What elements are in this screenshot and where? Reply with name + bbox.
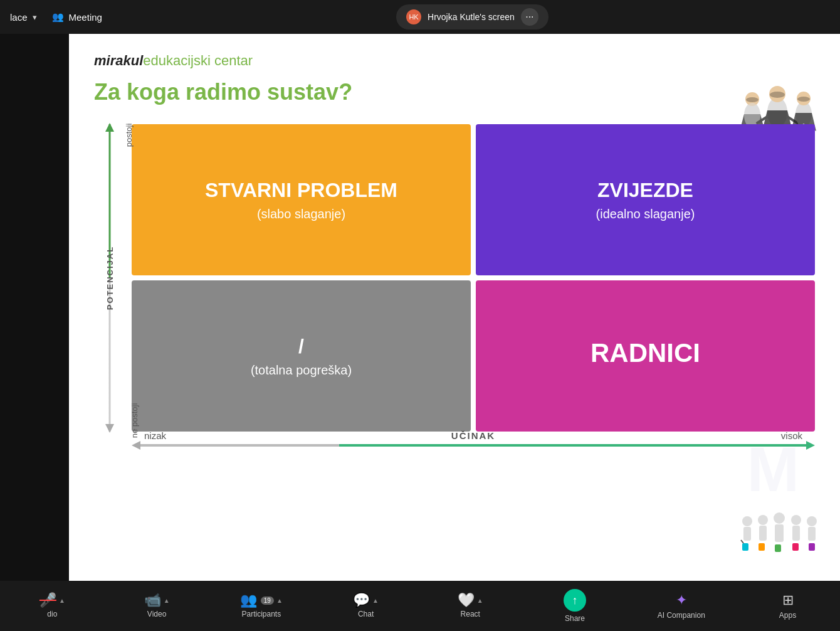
logo: mirakuledukacijski centar <box>94 53 253 69</box>
svg-rect-20 <box>759 526 767 541</box>
screen-share-label: Hrvojka Kutle's screen <box>428 12 515 22</box>
screen-more-button[interactable]: ··· <box>521 8 538 26</box>
svg-point-13 <box>770 92 785 98</box>
chat-control[interactable]: 💬 ▲ Chat <box>344 593 388 618</box>
slide: mirakuledukacijski centar <box>69 34 840 581</box>
apps-icon: ⊞ <box>782 592 794 608</box>
svg-point-15 <box>742 516 752 526</box>
x-label-nizak: nizak <box>144 430 166 441</box>
share-control[interactable]: ↑ Share <box>553 589 597 623</box>
svg-point-19 <box>758 515 768 525</box>
slide-title: Za koga radimo sustav? <box>94 79 815 105</box>
chat-chevron[interactable]: ▲ <box>372 597 379 604</box>
x-label-visok: visok <box>781 430 802 441</box>
cell-zvijezde-subtitle: (idealno slaganje) <box>596 207 695 221</box>
x-label-ucinak: UČINAK <box>451 430 495 441</box>
chat-label: Chat <box>358 610 374 618</box>
apps-control[interactable]: ⊞ Apps <box>766 592 810 620</box>
audio-control[interactable]: 🎤 ▲ dio <box>30 593 74 618</box>
slide-area: mirakuledukacijski centar <box>69 34 840 581</box>
participants-badge: 19 <box>261 597 274 605</box>
svg-rect-16 <box>743 527 751 541</box>
dropdown-arrow[interactable]: ▾ <box>33 13 37 22</box>
svg-rect-27 <box>792 543 799 551</box>
cell-radnici-title: RADNICI <box>591 337 700 369</box>
ai-companion-icon: ✦ <box>676 592 687 608</box>
share-label: Share <box>565 614 585 623</box>
meeting-icon: 👥 <box>52 11 64 23</box>
ai-companion-label: AI Companion <box>658 611 705 620</box>
logo-bold: mirakul <box>94 53 143 68</box>
y-axis-arrow-down <box>105 424 114 433</box>
y-label-potencijal: POTENCIJAL <box>105 246 115 310</box>
react-chevron[interactable]: ▲ <box>477 597 483 604</box>
participants-control[interactable]: 👥 19 ▲ Participants <box>239 593 283 618</box>
audio-chevron[interactable]: ▲ <box>59 597 65 604</box>
left-sidebar <box>0 34 69 581</box>
logo-green: edukacijski centar <box>143 53 253 68</box>
video-label: Video <box>147 610 166 618</box>
audio-label: dio <box>47 610 57 618</box>
x-arrow-right <box>806 441 815 450</box>
x-axis-area: nizak UČINAK visok <box>132 444 815 469</box>
cell-stvarni-problem-title: STVARNI PROBLEM <box>205 178 397 202</box>
cell-slash: / (totalna pogreška) <box>132 280 471 432</box>
video-control[interactable]: 📹 ▲ Video <box>135 593 179 618</box>
svg-rect-23 <box>775 524 784 542</box>
participants-icon: 👥 <box>240 593 257 607</box>
x-arrow-left <box>132 441 140 450</box>
x-axis-line <box>138 444 809 447</box>
logo-area: mirakuledukacijski centar <box>94 53 815 69</box>
avatar-initials: HK <box>409 13 418 21</box>
react-icon: 🤍 <box>458 593 475 607</box>
svg-point-28 <box>807 516 817 526</box>
cell-stvarni-problem: STVARNI PROBLEM (slabo slaganje) <box>132 124 471 275</box>
cell-slash-subtitle: (totalna pogreška) <box>251 363 352 378</box>
top-bar: lace ▾ 👥 Meeting HK Hrvojka Kutle's scre… <box>0 0 840 34</box>
matrix-container: postoji POTENCIJAL ne postoji STVARNI PR… <box>94 124 815 432</box>
matrix-grid: STVARNI PROBLEM (slabo slaganje) ZVIJEZD… <box>132 124 815 432</box>
cell-zvijezde: ZVIJEZDE (idealno slaganje) <box>476 124 815 275</box>
svg-rect-21 <box>759 543 765 551</box>
workspace-label: lace <box>10 12 28 23</box>
y-label-postoji: postoji <box>124 124 134 147</box>
video-icon: 📹 <box>144 593 161 607</box>
svg-rect-17 <box>742 543 748 551</box>
svg-point-12 <box>746 97 759 102</box>
cell-radnici: RADNICI <box>476 280 815 432</box>
screen-pill: HK Hrvojka Kutle's screen ··· <box>396 4 549 29</box>
svg-point-14 <box>797 97 810 102</box>
audio-icon-row: 🎤 ▲ <box>39 593 65 607</box>
react-icon-row: 🤍 ▲ <box>458 593 483 607</box>
svg-rect-30 <box>809 543 815 551</box>
team-figures <box>740 512 821 562</box>
react-control[interactable]: 🤍 ▲ React <box>448 593 492 618</box>
video-chevron[interactable]: ▲ <box>164 597 170 604</box>
presenter-avatar: HK <box>406 9 421 24</box>
y-axis: postoji POTENCIJAL ne postoji <box>94 124 125 432</box>
cell-slash-title: / <box>298 334 304 358</box>
svg-rect-29 <box>808 527 816 541</box>
bottom-bar: 🎤 ▲ dio 📹 ▲ Video 👥 19 ▲ Participants 💬 … <box>0 581 840 631</box>
svg-rect-26 <box>792 526 800 541</box>
y-axis-arrow-up <box>105 123 114 132</box>
y-label-ne-postoji: ne postoji <box>130 403 139 438</box>
svg-rect-24 <box>775 544 781 552</box>
meeting-label: Meeting <box>69 12 102 23</box>
participants-label: Participants <box>241 610 281 618</box>
x-axis-line-container: nizak UČINAK visok <box>138 444 809 457</box>
audio-icon: 🎤 <box>39 593 56 607</box>
chat-icon: 💬 <box>353 593 370 607</box>
cell-zvijezde-title: ZVIJEZDE <box>597 178 693 202</box>
apps-label: Apps <box>779 611 796 620</box>
ai-companion-control[interactable]: ✦ AI Companion <box>658 592 705 620</box>
screen-share-info: HK Hrvojka Kutle's screen ··· <box>115 4 830 29</box>
svg-line-18 <box>741 540 743 543</box>
svg-point-22 <box>774 512 785 524</box>
react-label: React <box>461 610 480 618</box>
chat-icon-row: 💬 ▲ <box>353 593 379 607</box>
share-icon[interactable]: ↑ <box>564 589 586 612</box>
svg-point-25 <box>791 515 801 525</box>
participants-chevron[interactable]: ▲ <box>276 597 283 604</box>
participants-icon-row: 👥 19 ▲ <box>240 593 283 607</box>
